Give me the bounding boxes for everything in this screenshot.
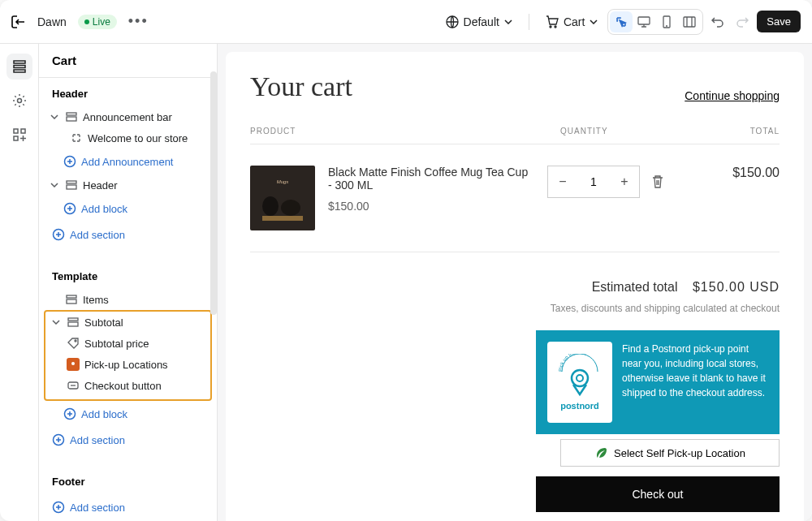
plus-circle-icon (63, 202, 76, 215)
locale-label: Default (464, 15, 499, 28)
mug-illustration: Mugs (254, 174, 311, 222)
add-block-link-2[interactable]: Add block (39, 401, 217, 427)
mobile-view[interactable] (655, 11, 678, 32)
tree-label: Subtotal price (84, 338, 202, 350)
add-section-link[interactable]: Add section (39, 222, 217, 248)
link-label: Add block (81, 203, 127, 215)
tax-note: Taxes, discounts and shipping calculated… (250, 303, 780, 314)
page-selector[interactable]: Cart (546, 15, 598, 28)
inspector-toggle[interactable] (610, 11, 633, 32)
page-label: Cart (564, 15, 585, 28)
tree-checkout-button[interactable]: Checkout button (45, 375, 210, 396)
locale-selector[interactable]: Default (446, 15, 512, 28)
undo-button[interactable] (708, 12, 728, 32)
fullscreen-view[interactable] (678, 11, 701, 32)
product-name[interactable]: Black Matte Finish Coffee Mug Tea Cup - … (328, 166, 534, 192)
svg-rect-17 (67, 185, 76, 189)
redo-button (732, 12, 752, 32)
section-header: Header (39, 78, 217, 106)
svg-rect-6 (14, 61, 25, 63)
tree-subtotal[interactable]: Subtotal (45, 312, 210, 333)
svg-rect-36 (262, 216, 303, 221)
tree-announcement-bar[interactable]: Announcement bar (39, 106, 217, 127)
rail-sections[interactable] (6, 54, 32, 80)
select-pickup-label: Select Self Pick-up Location (614, 447, 745, 459)
tree-items[interactable]: Items (39, 289, 217, 310)
postnord-text: Find a Postnord pick-up point near you, … (622, 342, 768, 423)
tree-label: Welcome to our store (88, 132, 209, 144)
tree-pickup-locations[interactable]: Pick-up Locations (45, 354, 210, 375)
tree-header[interactable]: Header (39, 174, 217, 196)
cart-line-item: Mugs Black Matte Finish Coffee Mug Tea C… (250, 144, 780, 252)
tree-subtotal-price[interactable]: Subtotal price (45, 333, 210, 354)
estimated-value: $150.00 USD (693, 280, 780, 294)
svg-rect-21 (67, 299, 76, 304)
tree-label: Checkout button (84, 380, 202, 392)
svg-rect-11 (21, 129, 25, 133)
svg-point-34 (262, 196, 279, 216)
globe-icon (446, 15, 459, 28)
svg-point-2 (555, 26, 556, 28)
qty-increase[interactable]: + (610, 166, 639, 197)
main: Cart Header Announcement bar Welcome to … (0, 44, 812, 521)
svg-rect-20 (67, 295, 76, 298)
col-product: PRODUCT (250, 127, 560, 136)
price-icon (67, 337, 80, 350)
add-section-link-2[interactable]: Add section (39, 427, 217, 453)
add-block-link[interactable]: Add block (39, 196, 217, 222)
link-label: Add section (70, 502, 125, 514)
subtotal-icon (67, 316, 80, 329)
scrollbar[interactable] (210, 71, 217, 315)
sidebar-title: Cart (39, 44, 217, 78)
plus-circle-icon (63, 407, 76, 420)
svg-rect-8 (14, 70, 25, 72)
rail-settings[interactable] (6, 88, 32, 114)
checkout-button[interactable]: Check out (536, 476, 780, 512)
quantity-stepper: − 1 + (547, 166, 640, 198)
divider (529, 14, 529, 30)
gear-icon (12, 93, 27, 108)
estimated-total-row: Estimated total $150.00 USD (250, 280, 780, 295)
qty-value[interactable]: 1 (577, 175, 610, 188)
link-label: Add section (70, 434, 125, 446)
desktop-view[interactable] (633, 11, 655, 32)
svg-rect-13 (67, 113, 76, 115)
add-section-link-3[interactable]: Add section (39, 494, 217, 520)
svg-rect-3 (638, 17, 650, 24)
block-icon (70, 131, 83, 144)
col-total: TOTAL (698, 127, 780, 136)
chevron-down-icon (50, 183, 60, 187)
plus-circle-icon (52, 433, 65, 446)
leaf-icon (594, 446, 607, 459)
inspector-icon (615, 15, 628, 28)
plus-circle-icon (52, 501, 65, 514)
svg-point-35 (281, 200, 300, 216)
tree-welcome-block[interactable]: Welcome to our store (39, 127, 217, 149)
pickup-app-icon (67, 358, 80, 371)
select-pickup-button[interactable]: Select Self Pick-up Location (560, 439, 780, 467)
header-icon (65, 179, 78, 192)
cart-header: Your cart Continue shopping (250, 71, 780, 102)
live-label: Live (93, 16, 110, 28)
tree-label: Items (83, 294, 209, 306)
rail-apps[interactable] (6, 122, 32, 148)
svg-rect-10 (14, 129, 18, 133)
more-menu-icon[interactable]: ••• (128, 13, 149, 30)
chevron-down-icon (590, 19, 598, 24)
svg-rect-7 (14, 66, 25, 68)
product-image[interactable]: Mugs (250, 166, 315, 230)
live-badge: Live (78, 15, 117, 29)
highlighted-group: Subtotal Subtotal price Pick-up Location… (44, 310, 212, 401)
sections-icon (12, 59, 27, 74)
continue-shopping-link[interactable]: Continue shopping (685, 89, 780, 102)
svg-point-39 (577, 375, 583, 381)
desktop-icon (637, 16, 650, 28)
undo-icon (711, 15, 724, 28)
exit-icon[interactable] (11, 15, 26, 28)
cart-icon (546, 15, 559, 28)
remove-item[interactable] (651, 174, 664, 189)
save-button[interactable]: Save (757, 11, 801, 32)
add-announcement-link[interactable]: Add Announcement (39, 149, 217, 174)
pickup-location-icon: Pick up location (555, 354, 604, 401)
qty-decrease[interactable]: − (548, 166, 577, 197)
